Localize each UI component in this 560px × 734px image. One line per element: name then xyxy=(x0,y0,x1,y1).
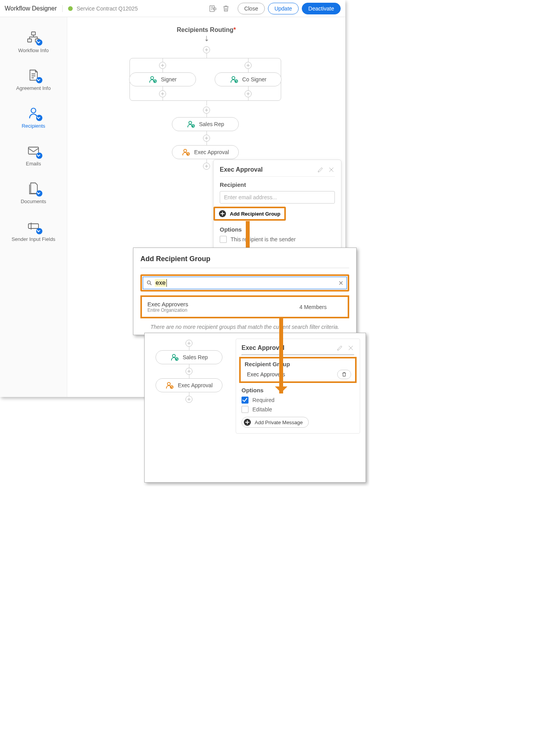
add-node-button[interactable] xyxy=(186,368,192,375)
option-sender-checkbox[interactable]: This recipient is the sender xyxy=(220,236,335,243)
add-recipient-group-button[interactable]: Add Recipient Group xyxy=(214,207,286,221)
add-node-button[interactable] xyxy=(203,107,210,114)
recipient-node-exec[interactable]: Exec Approval xyxy=(172,145,239,159)
svg-point-16 xyxy=(147,281,150,284)
sidebar-item-sender-input-fields[interactable]: Sender Input Fields xyxy=(0,214,67,251)
add-private-message-button[interactable]: Add Private Message xyxy=(242,417,309,428)
sidebar-item-agreement-info[interactable]: Agreement Info xyxy=(0,63,67,100)
recipient-label: Recipient xyxy=(220,181,335,188)
sidebar-item-recipients[interactable]: Recipients xyxy=(0,100,67,138)
add-group-modal: Add Recipient Group exe ✕ Exec Approvers… xyxy=(133,248,357,335)
recipient-node-salesrep[interactable]: Sales Rep xyxy=(156,350,222,364)
recipient-panel: Exec Approval Recipient Add Recipient Gr… xyxy=(213,160,341,249)
email-field[interactable] xyxy=(220,191,335,204)
svg-point-12 xyxy=(189,121,191,124)
svg-rect-3 xyxy=(28,39,32,42)
add-node-button[interactable] xyxy=(159,62,166,69)
app-title: Workflow Designer xyxy=(5,5,63,12)
svg-point-19 xyxy=(168,383,170,385)
app-header: Workflow Designer Service Contract Q1202… xyxy=(0,0,345,17)
sidebar-item-workflow-info[interactable]: Workflow Info xyxy=(0,25,67,63)
add-node-button[interactable] xyxy=(203,135,210,142)
add-node-button[interactable] xyxy=(159,90,166,97)
status-dot-icon xyxy=(68,6,73,11)
svg-point-14 xyxy=(184,149,187,152)
recipient-node-signer[interactable]: Signer xyxy=(129,72,196,86)
callout-arrow-icon xyxy=(279,318,283,393)
sidebar-item-label: Emails xyxy=(26,161,41,167)
group-search-input[interactable]: exe ✕ xyxy=(143,277,347,289)
sidebar-item-label: Recipients xyxy=(22,123,46,129)
trash-icon xyxy=(341,372,347,377)
plus-circle-icon xyxy=(244,419,251,426)
sidebar: Workflow Info Agreement Info Recipients … xyxy=(0,17,67,397)
recipient-node-salesrep[interactable]: Sales Rep xyxy=(172,117,239,131)
close-button[interactable]: Close xyxy=(238,3,265,14)
svg-rect-7 xyxy=(28,224,38,228)
edit-icon[interactable] xyxy=(317,166,324,173)
option-editable-checkbox[interactable]: Editable xyxy=(242,406,354,413)
add-node-button[interactable] xyxy=(186,340,192,347)
recipient-node-exec[interactable]: Exec Approval xyxy=(156,378,222,392)
add-node-button[interactable] xyxy=(186,396,192,403)
option-required-checkbox[interactable]: Required xyxy=(242,397,354,404)
plus-circle-icon xyxy=(219,210,226,217)
template-icon[interactable] xyxy=(209,5,217,12)
svg-rect-1 xyxy=(214,8,216,10)
recipient-group-value: Exec Approvers xyxy=(245,371,337,378)
recipient-node-cosigner[interactable]: Co Signer xyxy=(215,72,282,86)
sidebar-item-label: Workflow Info xyxy=(18,47,49,53)
modal-title: Add Recipient Group xyxy=(140,255,349,263)
sidebar-item-label: Documents xyxy=(21,198,46,204)
panel-title: Exec Approval xyxy=(220,166,313,173)
options-label: Options xyxy=(220,226,335,233)
workflow-name: Service Contract Q12025 xyxy=(77,5,209,12)
close-icon[interactable] xyxy=(347,344,354,351)
add-node-button[interactable] xyxy=(203,163,210,170)
add-node-button[interactable] xyxy=(203,46,210,53)
svg-rect-2 xyxy=(32,32,35,35)
svg-rect-0 xyxy=(210,5,214,11)
no-more-results-text: There are no more recipient groups that … xyxy=(140,324,349,330)
clear-search-icon[interactable]: ✕ xyxy=(338,279,343,287)
recipient-group-panel: Sales Rep Exec Approval Exec Approval Re… xyxy=(144,333,366,483)
add-node-button[interactable] xyxy=(245,90,252,97)
sidebar-item-label: Sender Input Fields xyxy=(12,236,56,242)
trash-icon[interactable] xyxy=(222,5,230,12)
recipient-group-label: Recipient Group xyxy=(245,361,351,367)
remove-group-button[interactable] xyxy=(337,370,351,379)
routing-title: Recipients Routing* xyxy=(67,26,345,33)
options-label: Options xyxy=(242,387,354,393)
sidebar-item-label: Agreement Info xyxy=(16,85,51,91)
svg-point-17 xyxy=(172,355,175,357)
close-icon[interactable] xyxy=(328,166,335,173)
add-node-button[interactable] xyxy=(245,62,252,69)
sidebar-item-documents[interactable]: Documents xyxy=(0,176,67,214)
group-result-row[interactable]: Exec Approvers Entire Organization 4 Mem… xyxy=(140,295,349,318)
update-button[interactable]: Update xyxy=(268,3,299,14)
sidebar-item-emails[interactable]: Emails xyxy=(0,138,67,176)
edit-icon[interactable] xyxy=(336,344,343,351)
svg-point-8 xyxy=(150,77,153,79)
svg-point-10 xyxy=(232,77,234,79)
panel-title: Exec Approval xyxy=(242,344,332,351)
deactivate-button[interactable]: Deactivate xyxy=(302,3,341,14)
svg-point-5 xyxy=(31,108,36,113)
search-icon xyxy=(146,280,152,286)
